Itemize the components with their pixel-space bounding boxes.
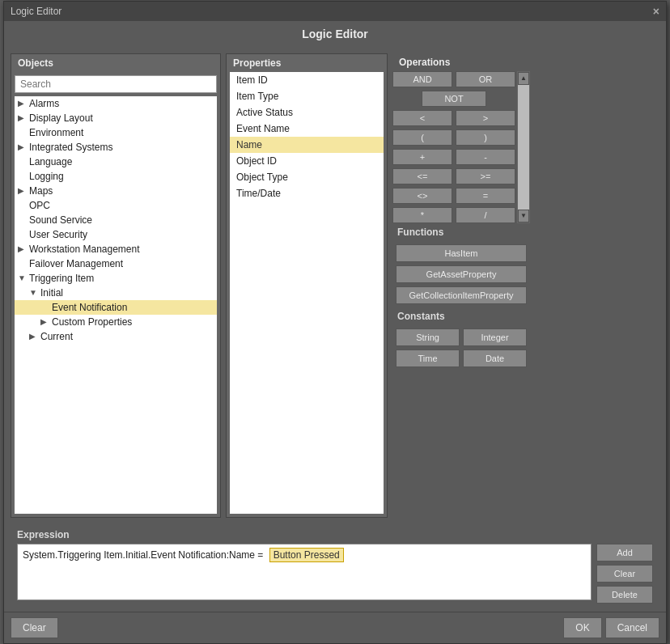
ops-row-4: ()	[392, 129, 515, 146]
const-btn-integer[interactable]: Integer	[463, 328, 527, 346]
add-button[interactable]: Add	[596, 544, 653, 561]
clear-button[interactable]: Clear	[11, 617, 58, 638]
ops-row-6: <=>=	[392, 168, 515, 184]
tree-arrow-integrated-systems: ▶	[18, 142, 29, 151]
tree-label-environment: Environment	[29, 127, 214, 138]
tree-item-failover-management[interactable]: Failover Management	[15, 256, 217, 271]
tree-arrow-custom-properties: ▶	[40, 317, 52, 326]
ops-btn-mul[interactable]: *	[392, 207, 452, 223]
tree-label-maps: Maps	[29, 185, 214, 197]
properties-panel: Properties Item IDItem TypeActive Status…	[226, 53, 388, 518]
tree-label-triggering-item: Triggering Item	[29, 273, 214, 284]
tree-item-environment[interactable]: Environment	[15, 125, 217, 140]
tree-item-custom-properties[interactable]: ▶Custom Properties	[15, 315, 217, 329]
constants-row-0: StringInteger	[396, 328, 527, 346]
tree-arrow-maps: ▶	[18, 186, 29, 195]
tree-label-custom-properties: Custom Properties	[52, 316, 214, 328]
bottom-left: Clear	[11, 617, 58, 638]
const-btn-date[interactable]: Date	[463, 350, 527, 367]
tree-arrow-workstation-management: ▶	[18, 244, 29, 253]
ops-row-5: +-	[392, 149, 515, 165]
tree-arrow-initial: ▼	[29, 288, 40, 297]
ops-btn-gte[interactable]: >=	[456, 168, 515, 184]
const-btn-time[interactable]: Time	[396, 350, 460, 367]
tree-item-opc[interactable]: OPC	[15, 198, 217, 213]
prop-item-item-id[interactable]: Item ID	[230, 72, 384, 88]
ok-button[interactable]: OK	[563, 617, 601, 638]
prop-item-name[interactable]: Name	[230, 137, 384, 153]
ops-btn-gt[interactable]: >	[456, 110, 515, 126]
tree-item-display-layout[interactable]: ▶Display Layout	[15, 111, 217, 125]
tree-label-initial: Initial	[40, 287, 214, 299]
expression-box[interactable]: System.Triggering Item.Initial.Event Not…	[17, 544, 592, 600]
tree-item-language[interactable]: Language	[15, 155, 217, 169]
ops-btn-div[interactable]: /	[456, 207, 515, 223]
tree-label-current: Current	[40, 331, 214, 342]
expression-buttons: Add Clear Delete	[596, 544, 653, 604]
bottom-right: OK Cancel	[563, 617, 659, 638]
objects-panel-title: Objects	[11, 54, 220, 72]
prop-item-event-name[interactable]: Event Name	[230, 121, 384, 137]
tree-label-workstation-management: Workstation Management	[29, 244, 214, 255]
functions-title: Functions	[392, 223, 530, 241]
ops-btn-or[interactable]: OR	[456, 71, 515, 87]
prop-item-item-type[interactable]: Item Type	[230, 88, 384, 104]
tree-label-language: Language	[29, 156, 214, 167]
tree-item-initial[interactable]: ▼Initial	[15, 286, 217, 300]
ops-btn-lt[interactable]: <	[392, 110, 452, 126]
tree-arrow-triggering-item: ▼	[18, 273, 29, 282]
const-btn-string[interactable]: String	[396, 328, 460, 346]
ops-row-7: <>=	[392, 188, 515, 204]
func-btn-get-collection-item-property[interactable]: GetCollectionItemProperty	[396, 286, 527, 304]
scroll-down-button[interactable]: ▼	[518, 210, 529, 222]
title-bar: Logic Editor ×	[4, 2, 666, 21]
expression-text: System.Triggering Item.Initial.Event Not…	[23, 549, 263, 561]
func-btn-get-asset-property[interactable]: GetAssetProperty	[396, 265, 527, 283]
tree-arrow-display-layout: ▶	[18, 113, 29, 122]
delete-button[interactable]: Delete	[596, 586, 653, 604]
ops-scrollbar: ▲ ▼	[517, 71, 530, 223]
prop-item-time-date[interactable]: Time/Date	[230, 185, 384, 201]
tree-item-current[interactable]: ▶Current	[15, 329, 217, 344]
tree-item-triggering-item[interactable]: ▼Triggering Item	[15, 271, 217, 286]
tree-item-event-notification[interactable]: Event Notification	[15, 300, 217, 315]
close-button[interactable]: ×	[653, 5, 659, 18]
tree-item-logging[interactable]: Logging	[15, 169, 217, 184]
tree-label-opc: OPC	[29, 200, 214, 211]
ops-btn-plus[interactable]: +	[392, 149, 452, 165]
ops-btn-and[interactable]: AND	[392, 71, 452, 87]
prop-item-object-type[interactable]: Object Type	[230, 169, 384, 185]
tree-label-user-security: User Security	[29, 229, 214, 240]
constants-section: StringIntegerTimeDate	[392, 325, 530, 371]
properties-list: Item IDItem TypeActive StatusEvent NameN…	[230, 72, 384, 514]
objects-panel: Objects ▶Alarms▶Display LayoutEnvironmen…	[11, 53, 221, 518]
ops-btn-eq[interactable]: =	[456, 188, 515, 204]
tree-item-alarms[interactable]: ▶Alarms	[15, 96, 217, 111]
tree-item-workstation-management[interactable]: ▶Workstation Management	[15, 242, 217, 256]
ops-btn-close-paren[interactable]: )	[456, 129, 515, 146]
expression-clear-button[interactable]: Clear	[596, 565, 653, 583]
ops-row-3: <>	[392, 110, 515, 126]
ops-btn-lte[interactable]: <=	[392, 168, 452, 184]
search-input[interactable]	[15, 75, 217, 93]
tree-item-sound-service[interactable]: Sound Service	[15, 213, 217, 227]
tree-label-display-layout: Display Layout	[29, 112, 214, 124]
prop-item-object-id[interactable]: Object ID	[230, 153, 384, 169]
cancel-button[interactable]: Cancel	[605, 617, 659, 638]
tree-item-maps[interactable]: ▶Maps	[15, 184, 217, 198]
expression-label: Expression	[17, 529, 653, 540]
expression-highlight: Button Pressed	[269, 548, 344, 562]
properties-panel-title: Properties	[227, 54, 387, 72]
scroll-up-button[interactable]: ▲	[518, 72, 529, 85]
func-btn-has-item[interactable]: HasItem	[396, 244, 527, 262]
ops-row-1: ANDOR	[392, 71, 515, 87]
tree-arrow-alarms: ▶	[18, 99, 29, 108]
ops-btn-not[interactable]: NOT	[422, 91, 486, 107]
tree-item-integrated-systems[interactable]: ▶Integrated Systems	[15, 140, 217, 155]
tree-item-user-security[interactable]: User Security	[15, 227, 217, 242]
prop-item-active-status[interactable]: Active Status	[230, 104, 384, 121]
ops-btn-minus[interactable]: -	[456, 149, 515, 165]
ops-btn-ne[interactable]: <>	[392, 188, 452, 204]
logic-editor-window: Logic Editor × Logic Editor Objects ▶Ala…	[3, 1, 667, 644]
ops-btn-open-paren[interactable]: (	[392, 129, 452, 146]
